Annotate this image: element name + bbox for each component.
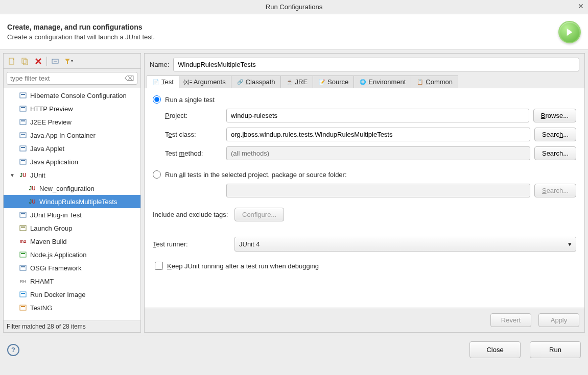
clear-filter-icon[interactable]: ⌫ [125, 74, 134, 82]
header-title: Create, manage, and run configurations [7, 23, 155, 31]
tree-item-label: JUnit Plug-in Test [30, 211, 82, 219]
testmethod-input[interactable] [226, 146, 530, 160]
tree-item-java-application[interactable]: Java Application [4, 155, 140, 168]
collapse-all-icon[interactable] [50, 56, 60, 66]
tab-source[interactable]: 📝Source [313, 76, 354, 88]
tree-item-testng[interactable]: TestNG [4, 301, 140, 314]
svg-rect-7 [21, 107, 25, 108]
svg-rect-14 [20, 159, 26, 164]
tree-item-run-docker-image[interactable]: Run Docker Image [4, 288, 140, 301]
filter-icon[interactable]: ▾ [63, 56, 74, 66]
left-pane: ▾ ⌫ Hibernate Console ConfigurationHTTP … [3, 53, 141, 333]
tab-label: Source [327, 78, 348, 86]
close-button[interactable]: Close [469, 341, 521, 358]
tree-item-junit[interactable]: ▼JUJUnit [4, 168, 140, 182]
tree-item-label: Maven Build [30, 238, 67, 245]
svg-rect-6 [20, 106, 26, 111]
config-icon [19, 91, 27, 99]
testclass-input[interactable] [226, 128, 530, 141]
keep-running-checkbox[interactable] [155, 262, 163, 270]
rhamt-icon: RH [19, 277, 27, 285]
tree-item-label: Java App In Container [30, 132, 96, 139]
tree-item-label: TestNG [30, 304, 52, 312]
tab-arguments[interactable]: (x)=Arguments [179, 76, 231, 88]
svg-rect-8 [20, 119, 26, 124]
maven-icon: m2 [19, 237, 27, 245]
tab-bar: 📄Test(x)=Arguments🔗Classpath☕JRE📝Source🌐… [145, 76, 584, 88]
delete-icon[interactable] [33, 56, 43, 66]
tree-item-hibernate-console-configuration[interactable]: Hibernate Console Configuration [4, 89, 140, 102]
new-config-icon[interactable] [7, 56, 17, 66]
tree-item-java-app-in-container[interactable]: Java App In Container [4, 129, 140, 142]
tab-jre[interactable]: ☕JRE [280, 76, 314, 88]
svg-rect-2 [23, 60, 28, 65]
filter-status: Filter matched 28 of 28 items [4, 320, 140, 332]
run-button[interactable]: Run [530, 341, 581, 358]
search-folder-button[interactable]: Search... [534, 184, 576, 197]
tree-item-j2ee-preview[interactable]: J2EE Preview [4, 115, 140, 129]
radio-single-test[interactable] [153, 95, 161, 104]
duplicate-icon[interactable] [20, 56, 30, 66]
svg-rect-20 [20, 252, 26, 257]
tree-item-winduprulesmultipletests[interactable]: JUWindupRulesMultipleTests [4, 195, 140, 208]
tree-item-http-preview[interactable]: HTTP Preview [4, 102, 140, 115]
svg-rect-17 [21, 213, 25, 214]
java-icon [19, 131, 27, 139]
tree-item-java-applet[interactable]: Java Applet [4, 142, 140, 155]
browse-button[interactable]: Browse... [533, 109, 576, 122]
tab-icon: 📄 [152, 79, 159, 86]
tree-item-osgi-framework[interactable]: OSGi Framework [4, 261, 140, 274]
junit-icon: JU [28, 197, 36, 206]
tree-item-new-configuration[interactable]: JUNew_configuration [4, 182, 140, 195]
config-tree: Hibernate Console ConfigurationHTTP Prev… [4, 88, 140, 320]
help-icon[interactable]: ? [7, 344, 19, 356]
run-icon [558, 21, 581, 43]
tree-item-label: New_configuration [39, 185, 95, 192]
close-icon[interactable]: ✕ [578, 2, 584, 10]
filter-box[interactable]: ⌫ [7, 72, 137, 85]
runner-select[interactable]: JUnit 4 ▾ [234, 237, 576, 252]
svg-rect-16 [20, 212, 26, 217]
launch-group-icon [19, 224, 27, 232]
tab-icon: ☕ [286, 79, 293, 86]
filter-input[interactable] [10, 74, 125, 82]
project-input[interactable] [226, 109, 529, 122]
tree-item-launch-group[interactable]: Launch Group [4, 221, 140, 235]
chevron-down-icon: ▾ [568, 240, 572, 248]
tags-label: Include and exclude tags: [153, 211, 234, 218]
radio-single-label: Run a single test [165, 96, 215, 104]
name-label: Name: [150, 61, 169, 68]
radio-all-label: Run all tests in the selected project, p… [165, 171, 347, 179]
expand-arrow-icon[interactable]: ▼ [10, 172, 16, 178]
tab-test[interactable]: 📄Test [147, 76, 179, 88]
configure-tags-button[interactable]: Configure... [234, 208, 284, 221]
tab-common[interactable]: 📋Common [411, 76, 458, 88]
revert-button[interactable]: Revert [490, 313, 531, 327]
name-input[interactable] [173, 58, 579, 71]
svg-rect-19 [21, 227, 25, 228]
tab-classpath[interactable]: 🔗Classpath [231, 76, 281, 88]
tab-label: Environment [368, 78, 406, 86]
tree-item-junit-plug-in-test[interactable]: JUnit Plug-in Test [4, 208, 140, 221]
runner-value: JUnit 4 [239, 240, 260, 248]
search-class-button[interactable]: Search... [534, 128, 576, 141]
tab-test-content: Run a single test Project: Browse... Tes… [145, 88, 584, 308]
apply-button[interactable]: Apply [538, 313, 579, 327]
tree-item-label: Hibernate Console Configuration [30, 92, 127, 99]
tab-icon: 🌐 [359, 79, 366, 86]
tree-item-label: Java Application [30, 158, 78, 166]
tree-item-rhamt[interactable]: RHRHAMT [4, 274, 140, 288]
svg-rect-18 [20, 226, 26, 231]
node-icon [19, 251, 27, 259]
all-tests-input [226, 184, 530, 197]
svg-rect-26 [20, 305, 26, 310]
window-title: Run Configurations [266, 3, 322, 11]
tree-item-node-js-application[interactable]: Node.js Application [4, 248, 140, 261]
svg-rect-11 [21, 134, 25, 135]
tab-environment[interactable]: 🌐Environment [354, 76, 411, 88]
tree-item-maven-build[interactable]: m2Maven Build [4, 235, 140, 248]
search-method-button[interactable]: Search... [534, 146, 576, 160]
svg-rect-23 [21, 266, 25, 267]
project-label: Project: [165, 112, 226, 119]
radio-all-tests[interactable] [153, 170, 161, 179]
